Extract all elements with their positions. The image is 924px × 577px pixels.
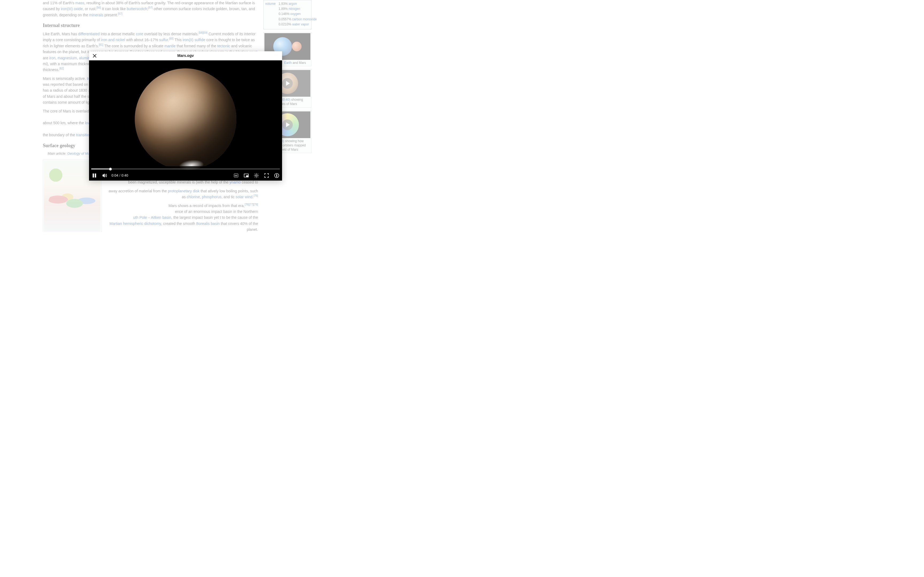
svg-rect-1	[95, 174, 96, 177]
svg-point-4	[255, 175, 257, 176]
settings-button[interactable]	[253, 172, 260, 179]
video-frame	[89, 60, 282, 181]
close-button[interactable]	[91, 52, 98, 59]
svg-rect-0	[93, 174, 94, 177]
dialog-header: Mars.ogv	[89, 51, 282, 60]
dialog-title: Mars.ogv	[89, 53, 282, 58]
video-dialog: Mars.ogv 0:04 / 0:40	[89, 51, 282, 181]
video-controls: 0:04 / 0:40 cc	[89, 166, 282, 181]
fullscreen-icon	[264, 173, 269, 178]
volume-button[interactable]	[101, 172, 108, 179]
progress-knob[interactable]	[109, 168, 112, 171]
gear-icon	[254, 173, 259, 178]
pause-button[interactable]	[91, 172, 98, 179]
progress-bar[interactable]	[89, 167, 282, 171]
info-button[interactable]	[273, 172, 280, 179]
pip-button[interactable]	[243, 172, 249, 179]
video-area[interactable]: 0:04 / 0:40 cc	[89, 60, 282, 181]
captions-icon: cc	[234, 174, 238, 177]
svg-point-6	[276, 174, 277, 175]
time-display: 0:04 / 0:40	[111, 173, 128, 178]
info-icon	[274, 173, 279, 178]
pause-icon	[92, 173, 97, 178]
progress-track	[91, 169, 280, 169]
close-icon	[92, 54, 97, 58]
volume-icon	[102, 173, 107, 178]
fullscreen-button[interactable]	[263, 172, 270, 179]
time-current: 0:04	[111, 173, 118, 178]
mars-render	[135, 68, 236, 170]
time-duration: 0:40	[121, 173, 128, 178]
pip-icon	[244, 173, 249, 178]
progress-fill	[91, 169, 110, 169]
captions-button[interactable]: cc	[233, 172, 239, 179]
svg-rect-3	[246, 176, 248, 177]
svg-rect-7	[276, 175, 277, 177]
